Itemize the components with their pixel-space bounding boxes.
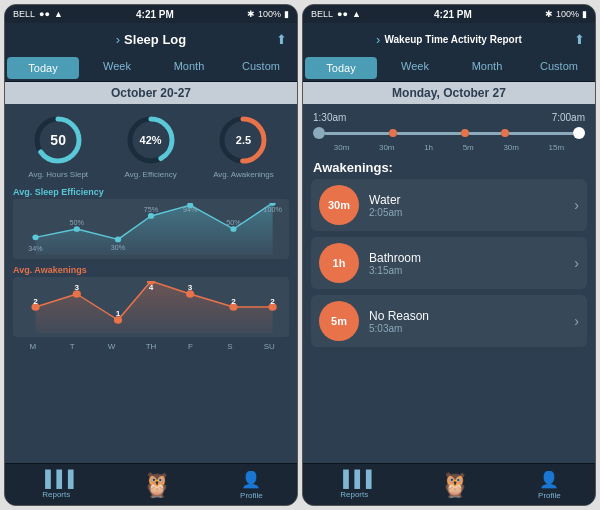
awakening-list: 30m Water 2:05am › 1h Bathroom 3:15am › …	[303, 179, 595, 463]
tab-week-right[interactable]: Week	[379, 55, 451, 81]
tab-today-right[interactable]: Today	[305, 57, 377, 79]
bluetooth-icon-right: ✱	[545, 9, 553, 19]
left-tab-bar: Today Week Month Custom	[5, 55, 297, 82]
timeline-end: 7:00am	[552, 112, 585, 123]
svg-point-10	[148, 213, 154, 219]
back-arrow-left[interactable]: ›	[116, 32, 120, 47]
awakening-time-2: 3:15am	[369, 265, 564, 276]
nav-profile-right[interactable]: 👤 Profile	[538, 470, 561, 500]
awakening-time-1: 2:05am	[369, 207, 564, 218]
left-content: 50 Avg. Hours Slept 42% Avg. Efficiency	[5, 104, 297, 463]
nav-profile-label-right: Profile	[538, 491, 561, 500]
right-phone: BELL ●● ▲ 4:21 PM ✱ 100% ▮ › Wakeup Time…	[302, 4, 596, 506]
nav-reports-left[interactable]: ▐▐▐ Reports	[39, 470, 73, 499]
awakening-time-3: 5:03am	[369, 323, 564, 334]
signal-icon-right: ▲	[352, 9, 361, 19]
time-left: 4:21 PM	[136, 9, 174, 20]
svg-text:94%: 94%	[183, 207, 197, 214]
time-right: 4:21 PM	[434, 9, 472, 20]
chevron-icon-1: ›	[574, 197, 579, 213]
carrier-right: BELL	[311, 9, 333, 19]
awakening-reason-1: Water	[369, 193, 564, 207]
seg-label-3: 1h	[424, 143, 433, 152]
seg-label-2: 30m	[379, 143, 395, 152]
profile-icon-right: 👤	[539, 470, 559, 489]
tab-today-left[interactable]: Today	[7, 57, 79, 79]
svg-text:3: 3	[74, 284, 79, 293]
svg-text:34%: 34%	[28, 245, 42, 252]
wifi-icon: ●●	[39, 9, 50, 19]
seg-label-6: 15m	[549, 143, 565, 152]
chevron-icon-3: ›	[574, 313, 579, 329]
back-arrow-right[interactable]: ›	[376, 32, 380, 47]
awakening-reason-2: Bathroom	[369, 251, 564, 265]
circle-efficiency: 42%	[125, 114, 177, 166]
nav-owl-left[interactable]: 🦉	[142, 471, 172, 499]
right-content: 1:30am 7:00am 30m 30m 1h 5m 30m 15m	[303, 104, 595, 463]
svg-text:50%: 50%	[226, 219, 240, 226]
share-icon-left[interactable]: ⬆	[276, 32, 287, 47]
timeline-labels: 30m 30m 1h 5m 30m 15m	[313, 143, 585, 152]
svg-text:30%: 30%	[111, 245, 125, 252]
tab-month-right[interactable]: Month	[451, 55, 523, 81]
svg-text:50%: 50%	[70, 219, 84, 226]
efficiency-chart: 34% 50% 30% 75% 94% 50% 100%	[13, 199, 289, 259]
seg-label-4: 5m	[463, 143, 474, 152]
svg-point-9	[115, 237, 121, 243]
bluetooth-icon-left: ✱	[247, 9, 255, 19]
awakening-dot-3	[501, 129, 509, 137]
svg-text:1: 1	[116, 309, 121, 318]
nav-profile-left[interactable]: 👤 Profile	[240, 470, 263, 500]
awakening-reason-3: No Reason	[369, 309, 564, 323]
share-icon-right[interactable]: ⬆	[574, 32, 585, 47]
tab-custom-left[interactable]: Custom	[225, 55, 297, 81]
tab-month-left[interactable]: Month	[153, 55, 225, 81]
battery-icon-right: ▮	[582, 9, 587, 19]
awakenings-chart-title: Avg. Awakenings	[13, 265, 289, 275]
right-status-bar: BELL ●● ▲ 4:21 PM ✱ 100% ▮	[303, 5, 595, 23]
left-title-bar: › Sleep Log ⬆	[5, 23, 297, 55]
reports-icon-right: ▐▐▐	[337, 470, 371, 488]
nav-reports-right[interactable]: ▐▐▐ Reports	[337, 470, 371, 499]
nav-reports-label-left: Reports	[42, 490, 70, 499]
awakening-duration-3: 5m	[319, 301, 359, 341]
circle-hours: 50	[32, 114, 84, 166]
reports-icon-left: ▐▐▐	[39, 470, 73, 488]
segment-4	[509, 132, 573, 135]
awakening-info-2: Bathroom 3:15am	[369, 251, 564, 276]
awakening-item-2[interactable]: 1h Bathroom 3:15am ›	[311, 237, 587, 289]
awakenings-title: Awakenings:	[303, 156, 595, 179]
timeline-section: 1:30am 7:00am 30m 30m 1h 5m 30m 15m	[303, 104, 595, 156]
awakening-dot-1	[389, 129, 397, 137]
stat-awakenings-value: 2.5	[236, 134, 251, 146]
carrier-left: BELL	[13, 9, 35, 19]
nav-owl-right[interactable]: 🦉	[440, 471, 470, 499]
stat-hours-label: Avg. Hours Slept	[28, 170, 88, 179]
svg-text:4: 4	[149, 284, 154, 293]
awakening-item-1[interactable]: 30m Water 2:05am ›	[311, 179, 587, 231]
battery-icon-left: ▮	[284, 9, 289, 19]
awakening-dot-2	[461, 129, 469, 137]
awakening-info-1: Water 2:05am	[369, 193, 564, 218]
timeline-start-dot	[313, 127, 325, 139]
awakening-duration-1: 30m	[319, 185, 359, 225]
stat-awakenings: 2.5 Avg. Awakenings	[213, 114, 274, 179]
awakening-item-3[interactable]: 5m No Reason 5:03am ›	[311, 295, 587, 347]
wifi-icon-right: ●●	[337, 9, 348, 19]
tab-week-left[interactable]: Week	[81, 55, 153, 81]
battery-left: 100%	[258, 9, 281, 19]
nav-reports-label-right: Reports	[340, 490, 368, 499]
right-date: Monday, October 27	[303, 82, 595, 104]
stats-row: 50 Avg. Hours Slept 42% Avg. Efficiency	[5, 104, 297, 184]
seg-label-1: 30m	[334, 143, 350, 152]
svg-point-8	[74, 226, 80, 232]
svg-text:100%: 100%	[263, 207, 281, 214]
stat-hours-value: 50	[50, 132, 66, 148]
right-bottom-nav: ▐▐▐ Reports 🦉 👤 Profile	[303, 463, 595, 505]
seg-label-5: 30m	[503, 143, 519, 152]
tab-custom-right[interactable]: Custom	[523, 55, 595, 81]
timeline-bar	[313, 127, 585, 139]
awakening-info-3: No Reason 5:03am	[369, 309, 564, 334]
efficiency-chart-title: Avg. Sleep Efficiency	[13, 187, 289, 197]
left-title: Sleep Log	[124, 32, 186, 47]
